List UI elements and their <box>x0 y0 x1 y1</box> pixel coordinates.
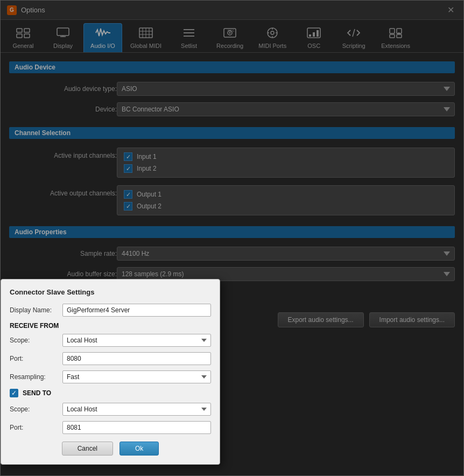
send-scope-row: Scope: Local Host Network <box>10 403 211 416</box>
connector-slave-dialog: Connector Slave Settings Display Name: R… <box>1 279 220 465</box>
receive-from-title: RECEIVE FROM <box>10 322 211 330</box>
send-scope-label: Scope: <box>10 405 58 413</box>
receive-scope-row: Scope: Local Host Network <box>10 334 211 347</box>
ok-button[interactable]: Ok <box>119 442 159 456</box>
resampling-row: Resampling: Fast Medium High Quality <box>10 370 211 383</box>
cancel-button[interactable]: Cancel <box>62 442 113 456</box>
send-to-label: SEND TO <box>23 389 51 397</box>
display-name-input[interactable] <box>62 304 211 317</box>
dialog-btn-row: Cancel Ok <box>10 442 211 456</box>
display-name-label: Display Name: <box>10 306 58 314</box>
resampling-select[interactable]: Fast Medium High Quality <box>62 370 211 383</box>
resampling-label: Resampling: <box>10 373 58 381</box>
send-port-row: Port: <box>10 421 211 434</box>
options-window: G Options ✕ General <box>0 0 464 476</box>
send-scope-select[interactable]: Local Host Network <box>62 403 211 416</box>
receive-port-input[interactable] <box>62 352 211 365</box>
receive-port-row: Port: <box>10 352 211 365</box>
dialog-title: Connector Slave Settings <box>10 288 211 296</box>
send-to-row: ✓ SEND TO <box>10 389 211 397</box>
display-name-row: Display Name: <box>10 304 211 317</box>
receive-port-label: Port: <box>10 355 58 362</box>
dialog-overlay: Connector Slave Settings Display Name: R… <box>1 1 463 475</box>
send-to-checkbox[interactable]: ✓ <box>10 389 18 397</box>
receive-scope-select[interactable]: Local Host Network <box>62 334 211 347</box>
send-port-label: Port: <box>10 424 58 431</box>
receive-scope-label: Scope: <box>10 337 58 344</box>
send-port-input[interactable] <box>62 421 211 434</box>
